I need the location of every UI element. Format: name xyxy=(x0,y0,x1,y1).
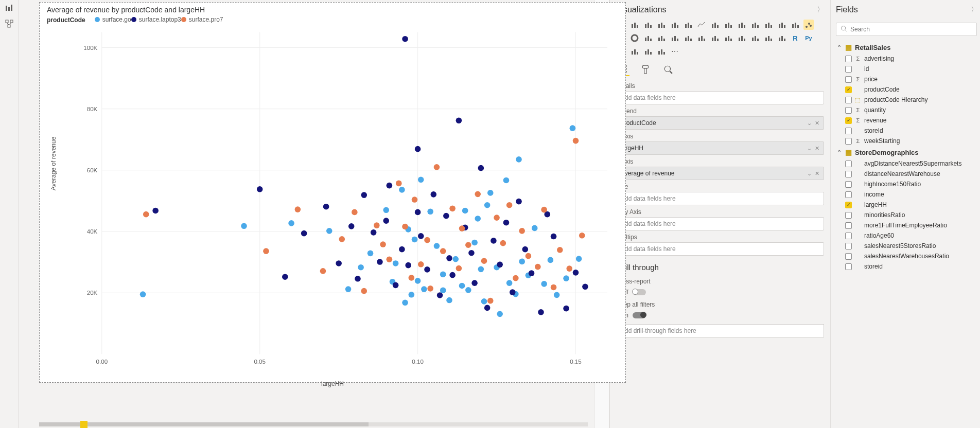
viz-column-100-icon[interactable] xyxy=(683,20,693,30)
data-point[interactable] xyxy=(427,208,433,215)
viz-column-stacked-icon[interactable] xyxy=(656,20,667,30)
well-tooltips[interactable]: Add data fields here xyxy=(616,242,824,256)
data-point[interactable] xyxy=(535,264,541,270)
field-advertising[interactable]: Σ advertising xyxy=(836,53,978,64)
data-point[interactable] xyxy=(519,228,525,234)
data-point[interactable] xyxy=(503,220,510,226)
table-RetailSales[interactable]: ⌃ ▦ RetailSales xyxy=(836,41,978,53)
data-point[interactable] xyxy=(503,177,510,184)
keep-filters-toggle[interactable] xyxy=(633,312,646,318)
viz-qna-icon[interactable] xyxy=(643,46,653,57)
analytics-tab-icon[interactable] xyxy=(661,63,675,76)
well-yaxis[interactable]: Average of revenue ⌄✕ xyxy=(616,167,824,180)
field-checkbox[interactable] xyxy=(845,138,852,145)
data-point[interactable] xyxy=(336,260,342,266)
data-point[interactable] xyxy=(257,186,263,192)
scatter-chart-visual[interactable]: Average of revenue by productCode and la… xyxy=(39,2,626,383)
data-point[interactable] xyxy=(573,270,579,276)
data-point[interactable] xyxy=(579,233,585,239)
data-point[interactable] xyxy=(374,222,380,228)
data-point[interactable] xyxy=(358,264,364,271)
viz-kpi-icon[interactable] xyxy=(737,33,747,43)
viz-more-icon[interactable]: ⋯ xyxy=(670,46,680,57)
field-checkbox[interactable] xyxy=(845,191,852,198)
field-id[interactable]: id xyxy=(836,64,978,74)
remove-field-icon[interactable]: ✕ xyxy=(815,145,819,152)
data-point[interactable] xyxy=(465,287,471,293)
field-checkbox[interactable] xyxy=(845,56,852,62)
data-point[interactable] xyxy=(557,247,563,253)
viz-scatter-icon[interactable] xyxy=(803,20,814,30)
data-point[interactable] xyxy=(345,286,352,292)
data-point[interactable] xyxy=(143,211,149,218)
data-point[interactable] xyxy=(510,289,516,295)
legend-item[interactable]: surface.go xyxy=(95,16,131,23)
viz-bar-clustered-icon[interactable] xyxy=(629,20,640,30)
data-point[interactable] xyxy=(500,240,506,246)
data-point[interactable] xyxy=(393,282,399,288)
data-point[interactable] xyxy=(440,248,446,254)
data-point[interactable] xyxy=(462,208,468,214)
data-point[interactable] xyxy=(538,309,544,315)
fields-search[interactable] xyxy=(836,23,977,36)
chevron-down-icon[interactable]: ⌄ xyxy=(807,170,812,177)
remove-field-icon[interactable]: ✕ xyxy=(815,120,819,127)
data-point[interactable] xyxy=(393,260,399,266)
cross-report-toggle[interactable] xyxy=(633,289,646,295)
data-point[interactable] xyxy=(402,224,408,230)
data-point[interactable] xyxy=(396,181,402,187)
viz-ribbon-icon[interactable] xyxy=(763,20,774,30)
data-point[interactable] xyxy=(355,276,361,282)
viz-r-icon[interactable]: R xyxy=(790,33,800,43)
viz-slicer-icon[interactable] xyxy=(750,33,760,43)
data-point[interactable] xyxy=(241,223,247,229)
field-checkbox[interactable] xyxy=(845,222,852,229)
data-point[interactable] xyxy=(380,241,386,247)
field-price[interactable]: Σ price xyxy=(836,74,978,84)
viz-table-icon[interactable] xyxy=(763,33,774,43)
viz-map-icon[interactable] xyxy=(656,33,667,43)
chevron-down-icon[interactable]: ⌄ xyxy=(807,120,812,127)
legend-item[interactable]: surface.laptop3 xyxy=(131,16,181,23)
data-point[interactable] xyxy=(513,275,519,281)
data-point[interactable] xyxy=(554,292,560,298)
data-point[interactable] xyxy=(383,218,389,224)
data-point[interactable] xyxy=(475,191,481,197)
data-point[interactable] xyxy=(522,246,528,253)
field-checkbox[interactable] xyxy=(845,76,852,83)
data-point[interactable] xyxy=(459,225,465,231)
field-minoritiesRatio[interactable]: minoritiesRatio xyxy=(836,210,978,220)
data-point[interactable] xyxy=(468,250,475,256)
data-point[interactable] xyxy=(383,207,389,213)
data-point[interactable] xyxy=(361,288,367,294)
data-point[interactable] xyxy=(361,192,367,198)
data-point[interactable] xyxy=(563,275,569,281)
viz-matrix-icon[interactable] xyxy=(777,33,787,43)
viz-area-stacked-icon[interactable] xyxy=(723,20,733,30)
data-point[interactable] xyxy=(409,275,415,281)
data-point[interactable] xyxy=(288,220,294,226)
data-point[interactable] xyxy=(449,272,456,278)
field-checkbox[interactable] xyxy=(845,97,852,103)
field-checkbox[interactable] xyxy=(845,86,852,93)
data-point[interactable] xyxy=(487,190,494,196)
model-view-icon[interactable] xyxy=(5,20,13,28)
field-checkbox[interactable] xyxy=(845,181,852,188)
data-point[interactable] xyxy=(471,240,478,246)
data-point[interactable] xyxy=(526,253,532,259)
field-avgDistanceNearest5Supermarkets[interactable]: avgDistanceNearest5Supermarkets xyxy=(836,158,978,169)
data-point[interactable] xyxy=(387,183,393,189)
field-ratioAge60[interactable]: ratioAge60 xyxy=(836,230,978,241)
data-point[interactable] xyxy=(412,197,418,203)
field-productCode[interactable]: productCode xyxy=(836,84,978,95)
data-point[interactable] xyxy=(484,202,491,208)
field-salesNearestWarehousesRatio[interactable]: salesNearestWarehousesRatio xyxy=(836,251,978,261)
data-point[interactable] xyxy=(478,165,484,171)
data-point[interactable] xyxy=(497,311,503,317)
collapse-fields-icon[interactable]: 〉 xyxy=(971,5,978,14)
data-point[interactable] xyxy=(541,207,547,213)
well-legend[interactable]: productCode ⌄✕ xyxy=(616,116,824,130)
data-point[interactable] xyxy=(402,299,408,306)
viz-multi-card-icon[interactable] xyxy=(723,33,733,43)
viz-treemap-icon[interactable] xyxy=(643,33,653,43)
